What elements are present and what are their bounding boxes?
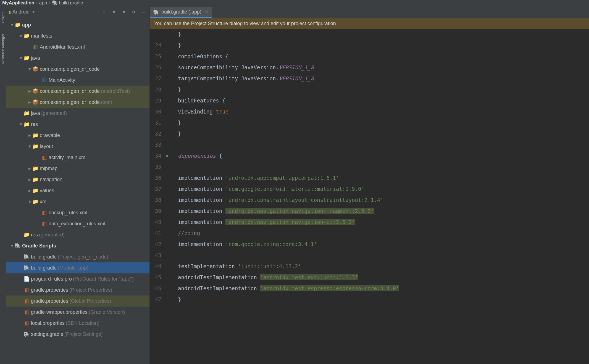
tree-arrow[interactable]: ▸ <box>27 88 32 94</box>
tree-arrow[interactable]: ▾ <box>18 121 23 127</box>
tree-item[interactable]: ◧AndroidManifest.xml <box>6 41 149 52</box>
tree-item[interactable]: 📁res(generated) <box>6 229 149 240</box>
project-structure-banner[interactable]: You can use the Project Structure dialog… <box>150 18 589 29</box>
tree-item[interactable]: ⒸMainActivity <box>6 75 149 86</box>
code-line[interactable]: 47} <box>150 294 589 305</box>
code-line[interactable]: 43 <box>150 250 589 261</box>
tree-item[interactable]: ◧data_extraction_rules.xml <box>6 218 149 229</box>
code-content[interactable] <box>178 161 589 172</box>
tree-arrow[interactable]: ▸ <box>27 165 32 172</box>
code-content[interactable]: buildFeatures { <box>178 95 589 106</box>
code-content[interactable]: dependencies { <box>178 150 589 161</box>
code-content[interactable]: //zxing <box>178 228 589 239</box>
code-content[interactable]: targetCompatibility JavaVersion.VERSION_… <box>178 73 589 84</box>
tree-item[interactable]: ◧gradle.properties(Global Properties) <box>6 296 149 307</box>
gear-icon[interactable]: ⚙ <box>131 9 137 15</box>
tree-item[interactable]: ▾📁layout <box>6 141 149 152</box>
code-content[interactable]: androidTestImplementation 'androidx.test… <box>178 283 589 294</box>
tree-arrow[interactable]: ▸ <box>27 132 32 138</box>
code-content[interactable]: compileOptions { <box>178 51 589 62</box>
code-editor[interactable]: }24 }25 compileOptions {26 sourceCompati… <box>150 29 589 364</box>
tree-item[interactable]: ▾📁xml <box>6 196 149 207</box>
tree-arrow[interactable]: ▾ <box>9 243 14 249</box>
code-line[interactable]: 32} <box>150 128 589 139</box>
breadcrumb-root[interactable]: MyApplication <box>2 0 34 6</box>
code-content[interactable]: sourceCompatibility JavaVersion.VERSION_… <box>178 62 589 73</box>
code-line[interactable]: 29 buildFeatures { <box>150 95 589 106</box>
tree-arrow[interactable]: ▸ <box>27 99 32 105</box>
tree-item[interactable]: 🐘build.gradle(Module :app) <box>6 262 149 273</box>
tree-item[interactable]: ▾📁java <box>6 52 149 64</box>
code-line[interactable]: 30 viewBinding true <box>150 106 589 117</box>
code-line[interactable]: 33 <box>150 139 589 150</box>
tree-arrow[interactable]: ▾ <box>27 66 32 72</box>
tree-item[interactable]: ◧backup_rules.xml <box>6 207 149 218</box>
code-line[interactable]: 31 } <box>150 117 589 128</box>
code-content[interactable]: implementation 'com.google.android.mater… <box>178 183 589 194</box>
chevron-down-icon[interactable]: ▼ <box>32 10 35 14</box>
code-line[interactable]: 34▶dependencies { <box>150 150 589 161</box>
run-gutter-icon[interactable]: ▶ <box>166 150 169 161</box>
code-content[interactable]: testImplementation 'junit:junit:4.13.2' <box>178 261 589 272</box>
code-content[interactable]: implementation 'androidx.navigation:navi… <box>178 205 589 217</box>
locate-icon[interactable]: ⊕ <box>101 9 107 15</box>
code-content[interactable]: } <box>178 128 589 139</box>
code-line[interactable]: 42 implementation 'com.google.zxing:core… <box>150 239 589 250</box>
tree-item[interactable]: ▾📦com.example.gen_qr_code <box>6 64 149 75</box>
code-line[interactable]: 38 implementation 'androidx.constraintla… <box>150 194 589 205</box>
code-line[interactable]: 45 androidTestImplementation 'androidx.t… <box>150 272 589 283</box>
code-line[interactable]: 27 targetCompatibility JavaVersion.VERSI… <box>150 73 589 84</box>
code-content[interactable]: } <box>178 29 589 40</box>
tree-item[interactable]: ◧gradle-wrapper.properties(Gradle Versio… <box>6 307 149 318</box>
code-content[interactable] <box>178 139 589 150</box>
code-content[interactable] <box>178 250 589 261</box>
code-line[interactable]: 36 implementation 'androidx.appcompat:ap… <box>150 172 589 183</box>
code-content[interactable]: } <box>178 294 589 305</box>
tree-item[interactable]: 📁java(generated) <box>6 108 149 119</box>
tree-item[interactable]: ◧local.properties(SDK Location) <box>6 318 149 329</box>
code-line[interactable]: 28 } <box>150 84 589 95</box>
tree-arrow[interactable]: ▾ <box>27 143 32 149</box>
code-line[interactable]: 40 implementation 'androidx.navigation:n… <box>150 217 589 228</box>
tree-item[interactable]: ▾📁app <box>6 19 149 30</box>
tree-arrow[interactable]: ▾ <box>18 33 23 39</box>
rail-project[interactable]: Project <box>1 12 5 23</box>
breadcrumb-app[interactable]: app <box>39 0 47 6</box>
tree-item[interactable]: ▾📁manifests <box>6 30 149 41</box>
tree-arrow[interactable]: ▾ <box>18 55 23 61</box>
tab-build-gradle[interactable]: 🐘 build.gradle (:app) ✕ <box>150 7 212 18</box>
tree-item[interactable]: 🐘build.gradle(Project: gen_qr_code) <box>6 251 149 262</box>
tree-item[interactable]: ▸📁drawable <box>6 130 149 141</box>
rail-resource-manager[interactable]: Resource Manager <box>1 34 5 64</box>
tree-arrow[interactable]: ▸ <box>27 188 32 194</box>
code-content[interactable]: } <box>178 40 589 51</box>
breadcrumb-file[interactable]: build.gradle <box>59 0 83 6</box>
code-content[interactable]: androidTestImplementation 'androidx.test… <box>178 272 589 283</box>
code-line[interactable]: 41 //zxing <box>150 228 589 239</box>
project-tree[interactable]: ▾📁app▾📁manifests◧AndroidManifest.xml▾📁ja… <box>6 18 149 364</box>
code-content[interactable]: implementation 'androidx.constraintlayou… <box>178 194 589 205</box>
code-content[interactable]: implementation 'androidx.navigation:navi… <box>178 217 589 228</box>
tree-item[interactable]: 🐘settings.gradle(Project Settings) <box>6 329 149 340</box>
code-line[interactable]: 24 } <box>150 40 589 51</box>
tree-arrow[interactable]: ▸ <box>27 176 32 183</box>
hide-icon[interactable]: — <box>141 9 147 15</box>
code-line[interactable]: 25 compileOptions { <box>150 51 589 62</box>
code-line[interactable]: 26 sourceCompatibility JavaVersion.VERSI… <box>150 62 589 73</box>
code-line[interactable]: 44 testImplementation 'junit:junit:4.13.… <box>150 261 589 272</box>
code-content[interactable]: implementation 'com.google.zxing:core:3.… <box>178 239 589 250</box>
tree-item[interactable]: ▸📁mipmap <box>6 163 149 174</box>
tree-item[interactable]: 📄proguard-rules.pro(ProGuard Rules for "… <box>6 273 149 284</box>
tree-item[interactable]: ▸📦com.example.gen_qr_code(test) <box>6 97 149 108</box>
tree-arrow[interactable]: ▾ <box>27 199 32 205</box>
code-line[interactable]: 46 androidTestImplementation 'androidx.t… <box>150 283 589 294</box>
code-line[interactable]: 35 <box>150 161 589 172</box>
tree-item[interactable]: ◧activity_main.xml <box>6 152 149 163</box>
expand-all-icon[interactable]: ≡ <box>111 9 117 15</box>
close-icon[interactable]: ✕ <box>205 9 208 15</box>
tree-item[interactable]: ▸📁values <box>6 185 149 196</box>
project-view-selector[interactable]: Android <box>12 9 30 15</box>
tree-arrow[interactable]: ▾ <box>9 22 14 28</box>
code-line[interactable]: 37 implementation 'com.google.android.ma… <box>150 183 589 194</box>
tree-item[interactable]: ▾📁res <box>6 119 149 130</box>
